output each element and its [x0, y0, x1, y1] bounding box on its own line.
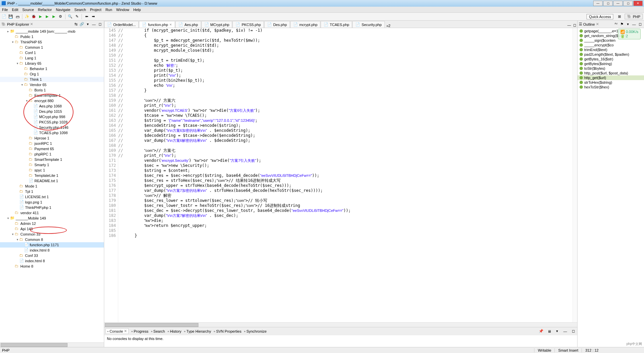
tree-item[interactable]: 📄index.html 8: [0, 248, 104, 253]
minimize-button[interactable]: —: [593, 1, 603, 6]
fold-gutter[interactable]: // // // // // // // // // // // // // /…: [118, 28, 124, 322]
tabs-overflow[interactable]: »2: [385, 24, 392, 28]
tree-toggle-icon[interactable]: ▾: [11, 40, 15, 44]
outline-item[interactable]: trimEnd($text): [578, 47, 644, 52]
bottom-tab-synchronize[interactable]: ▫Synchronize: [244, 329, 267, 333]
tree-item[interactable]: 🗀SmartTemplate 1: [0, 157, 104, 162]
profile-icon[interactable]: ▶: [51, 14, 56, 19]
tree-item[interactable]: 📄TCAES.php 1098: [0, 130, 104, 135]
tree-item[interactable]: 🗀Think 1: [0, 77, 104, 82]
tree-item[interactable]: 🗀TemplateLite 1: [0, 173, 104, 178]
bottom-tab-type-hierarchy[interactable]: ▫Type Hierarchy: [184, 329, 211, 333]
console-pin-icon[interactable]: 📌: [538, 329, 544, 334]
tree-item[interactable]: 🗀Conf 33: [0, 253, 104, 258]
bottom-tab-progress[interactable]: ▫Progress: [131, 329, 148, 333]
outline-item[interactable]: http_get($url): [578, 75, 644, 80]
tree-item[interactable]: ▾🗀Library 65: [0, 61, 104, 66]
tree-item[interactable]: 🗀Conf 1: [0, 50, 104, 55]
editor-tab[interactable]: 📄mcrypt.php: [290, 21, 320, 28]
tree-item[interactable]: 🗀Mode 1: [0, 184, 104, 189]
bottom-tab-console[interactable]: ▫Console✕: [106, 328, 129, 334]
menu-window[interactable]: Window: [116, 8, 129, 12]
editor-body[interactable]: 145 146 147 148 149 150 151 152 153 154 …: [104, 28, 577, 322]
tree-item[interactable]: 🗀Org 1: [0, 71, 104, 77]
tree-item[interactable]: 📄PKCS5.php 1028: [0, 119, 104, 125]
outline-list[interactable]: 📶 0.00K/s 🔋 2 getpage(______,e=10)get_ra…: [578, 28, 644, 347]
tree-item[interactable]: 🗀Common 1: [0, 45, 104, 50]
close-button[interactable]: ✕: [633, 1, 643, 6]
editor-tab[interactable]: 📄MCrypt.php: [201, 21, 232, 28]
tree-item[interactable]: 📄Des.php 1015: [0, 109, 104, 114]
tree-toggle-icon[interactable]: ▸: [6, 30, 10, 33]
editor-tab[interactable]: 📄TCAES.php: [321, 21, 352, 28]
tab-close-icon[interactable]: ✕: [124, 329, 127, 333]
tree-item[interactable]: 🗀Public 1: [0, 34, 104, 39]
tree-item[interactable]: ▾📁______Mobile 149: [0, 216, 104, 221]
explorer-hscroll[interactable]: [0, 342, 104, 347]
menu-refactor[interactable]: Refactor: [38, 8, 52, 12]
tree-item[interactable]: 🗀EaseTemplate 1: [0, 93, 104, 98]
minimize-editor-icon[interactable]: —: [567, 22, 572, 28]
console-display-icon[interactable]: 🖥: [546, 329, 552, 334]
save-icon[interactable]: 💾: [8, 14, 13, 19]
outline-menu-icon[interactable]: ▾: [625, 22, 631, 27]
quick-access-field[interactable]: Quick Access: [587, 14, 613, 19]
tree-item[interactable]: 📄Aes.php 1068: [0, 103, 104, 109]
view-menu-icon[interactable]: ▾: [85, 22, 91, 27]
tree-item[interactable]: 🗀Home 8: [0, 264, 104, 269]
sort-icon[interactable]: ᴬᶻ: [613, 22, 619, 27]
tree-item[interactable]: 📄function.php 1171: [0, 242, 104, 248]
tree-item[interactable]: 🗀Tpl 1: [0, 189, 104, 194]
minimize2-button[interactable]: —: [613, 1, 623, 6]
tree-item[interactable]: 🗀Lang 1: [0, 55, 104, 61]
saveall-icon[interactable]: 🗃: [15, 14, 20, 19]
tree-item[interactable]: 📄README.txt 1: [0, 178, 104, 184]
tree-item[interactable]: 📄Security.php 1146: [0, 125, 104, 130]
tree-toggle-icon[interactable]: ▾: [25, 99, 29, 102]
tree-item[interactable]: 🗀Behavior 1: [0, 66, 104, 71]
menu-file[interactable]: File: [2, 8, 8, 12]
outline-item[interactable]: http_post($url, $post_data): [578, 71, 644, 75]
tree-item[interactable]: 🗀spyc 1: [0, 167, 104, 173]
minimize-panel-icon[interactable]: —: [91, 22, 97, 27]
open-perspective-icon[interactable]: ⊞: [617, 14, 622, 19]
tree-item[interactable]: 🗀Boris 1: [0, 87, 104, 93]
tree-item[interactable]: 🗀phpRPC 1: [0, 151, 104, 157]
collapse-icon[interactable]: ⇆: [73, 22, 78, 27]
link-icon[interactable]: 🔗: [79, 22, 85, 27]
run-icon[interactable]: ▶: [38, 14, 43, 19]
maximize-button[interactable]: ◻: [623, 1, 633, 6]
tree-item[interactable]: 📄ThinkPHP.php 1: [0, 205, 104, 210]
tree-item[interactable]: 🗀Api 149: [0, 226, 104, 232]
editor-tab[interactable]: 📄Aes.php: [175, 21, 201, 28]
outline-item[interactable]: _____encrypt($co: [578, 43, 644, 47]
outline-item[interactable]: getBytes_16($str): [578, 57, 644, 61]
outline-item[interactable]: hexToStr($hex): [578, 85, 644, 89]
editor-tab[interactable]: 📄Des.php: [264, 21, 290, 28]
forward-icon[interactable]: ➡: [91, 14, 96, 19]
tree-item[interactable]: ▾🗀Vendor 65: [0, 82, 104, 87]
bottom-tab-svn-properties[interactable]: ▫SVN Properties: [214, 329, 241, 333]
mark-icon[interactable]: ✎: [74, 14, 79, 19]
bug-icon[interactable]: 🐞: [31, 14, 36, 19]
menu-search[interactable]: Search: [74, 8, 86, 12]
tree-toggle-icon[interactable]: ▾: [11, 233, 15, 236]
code-area[interactable]: if (mcrypt_generic_init($td, $padkey, $i…: [124, 28, 573, 322]
tree-toggle-icon[interactable]: ▾: [15, 238, 19, 241]
editor-hscroll[interactable]: [104, 322, 577, 327]
minimize-console-icon[interactable]: —: [562, 329, 568, 334]
tree-item[interactable]: 🗀Payment 65: [0, 146, 104, 151]
tree-toggle-icon[interactable]: ▾: [20, 83, 24, 86]
menu-source[interactable]: Source: [22, 8, 34, 12]
tree-item[interactable]: ▸📁______mobile 149 [svn:______-mob: [0, 29, 104, 34]
bottom-tab-search[interactable]: ▫Search: [151, 329, 165, 333]
maximize-outline-icon[interactable]: ◻: [637, 22, 643, 27]
tree-toggle-icon[interactable]: ▾: [15, 62, 19, 65]
tree-item[interactable]: ▾🗀encrypt 880: [0, 98, 104, 103]
editor-tab[interactable]: 📄Security.php: [352, 21, 384, 28]
menu-edit[interactable]: Edit: [12, 8, 18, 12]
maximize-console-icon[interactable]: ◻: [571, 329, 576, 334]
tree-toggle-icon[interactable]: ▾: [6, 217, 10, 220]
tab-close-icon[interactable]: ✕: [169, 23, 172, 26]
outline-item[interactable]: strToHex($string): [578, 80, 644, 85]
